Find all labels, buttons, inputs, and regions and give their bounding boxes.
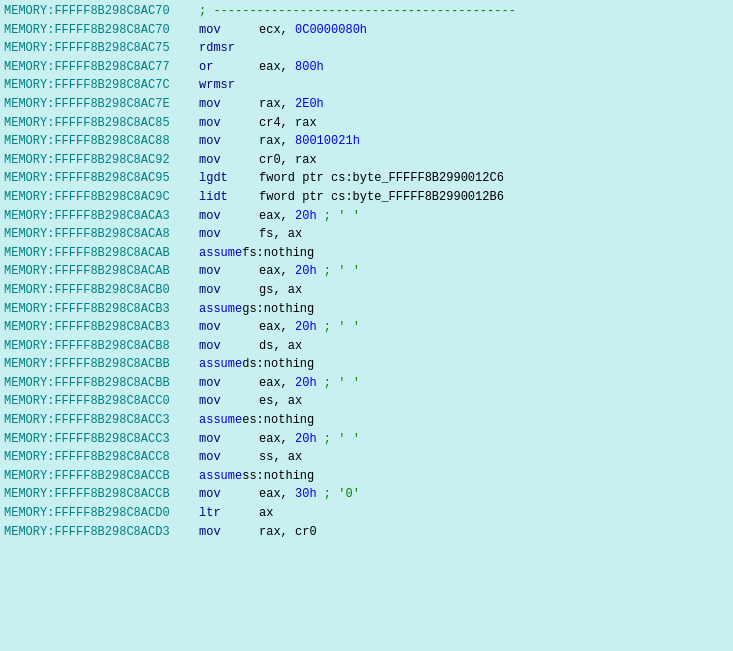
- mnemonic: mov: [199, 95, 259, 114]
- operand: fs, ax: [259, 225, 302, 244]
- address: MEMORY:FFFFF8B298C8ACA8: [4, 225, 199, 244]
- operand: eax, 20h ; ' ': [259, 207, 360, 226]
- mnemonic: mov: [199, 485, 259, 504]
- code-line: MEMORY:FFFFF8B298C8ACA3moveax, 20h ; ' ': [4, 207, 729, 226]
- operand: ecx, 0C0000080h: [259, 21, 367, 40]
- address: MEMORY:FFFFF8B298C8AC95: [4, 169, 199, 188]
- code-line: MEMORY:FFFFF8B298C8AC7Cwrmsr: [4, 76, 729, 95]
- mnemonic: lidt: [199, 188, 259, 207]
- assume-keyword: assume: [199, 244, 242, 263]
- mnemonic: mov: [199, 392, 259, 411]
- hex-value: 20h: [295, 432, 317, 446]
- inline-comment: ; ' ': [317, 320, 360, 334]
- code-line: MEMORY:FFFFF8B298C8ACBBassume ds:nothing: [4, 355, 729, 374]
- code-line: MEMORY:FFFFF8B298C8ACA8movfs, ax: [4, 225, 729, 244]
- operand: fword ptr cs:byte_FFFFF8B2990012C6: [259, 169, 504, 188]
- mnemonic: mov: [199, 207, 259, 226]
- address: MEMORY:FFFFF8B298C8AC92: [4, 151, 199, 170]
- operand: rax, 80010021h: [259, 132, 360, 151]
- address: MEMORY:FFFFF8B298C8ACD3: [4, 523, 199, 542]
- mnemonic: or: [199, 58, 259, 77]
- mnemonic: mov: [199, 430, 259, 449]
- inline-comment: ; ' ': [317, 264, 360, 278]
- address: MEMORY:FFFFF8B298C8ACBB: [4, 355, 199, 374]
- comment: ; --------------------------------------…: [199, 2, 516, 21]
- operand: eax, 30h ; '0': [259, 485, 360, 504]
- code-line: MEMORY:FFFFF8B298C8AC88movrax, 80010021h: [4, 132, 729, 151]
- mnemonic: mov: [199, 374, 259, 393]
- assume-keyword: assume: [199, 411, 242, 430]
- operand: eax, 20h ; ' ': [259, 430, 360, 449]
- inline-comment: ; '0': [317, 487, 360, 501]
- operand: ds, ax: [259, 337, 302, 356]
- address: MEMORY:FFFFF8B298C8ACAB: [4, 244, 199, 263]
- operand: fword ptr cs:byte_FFFFF8B2990012B6: [259, 188, 504, 207]
- mnemonic: lgdt: [199, 169, 259, 188]
- assume-operand: es:nothing: [242, 411, 314, 430]
- code-line: MEMORY:FFFFF8B298C8AC70movecx, 0C0000080…: [4, 21, 729, 40]
- code-line: MEMORY:FFFFF8B298C8AC92movcr0, rax: [4, 151, 729, 170]
- code-line: MEMORY:FFFFF8B298C8ACD3movrax, cr0: [4, 523, 729, 542]
- address: MEMORY:FFFFF8B298C8ACD0: [4, 504, 199, 523]
- code-line: MEMORY:FFFFF8B298C8AC95lgdtfword ptr cs:…: [4, 169, 729, 188]
- address: MEMORY:FFFFF8B298C8AC7E: [4, 95, 199, 114]
- code-line: MEMORY:FFFFF8B298C8ACC8movss, ax: [4, 448, 729, 467]
- operand: rax, cr0: [259, 523, 317, 542]
- operand: rax, 2E0h: [259, 95, 324, 114]
- mnemonic: mov: [199, 132, 259, 151]
- code-line: MEMORY:FFFFF8B298C8AC77oreax, 800h: [4, 58, 729, 77]
- mnemonic: mov: [199, 225, 259, 244]
- operand: eax, 20h ; ' ': [259, 262, 360, 281]
- code-line: MEMORY:FFFFF8B298C8ACB0movgs, ax: [4, 281, 729, 300]
- assume-operand: ds:nothing: [242, 355, 314, 374]
- address: MEMORY:FFFFF8B298C8ACB3: [4, 318, 199, 337]
- operand: cr0, rax: [259, 151, 317, 170]
- address: MEMORY:FFFFF8B298C8ACB0: [4, 281, 199, 300]
- mnemonic: mov: [199, 262, 259, 281]
- hex-value: 0C0000080h: [295, 23, 367, 37]
- code-line: MEMORY:FFFFF8B298C8ACABmoveax, 20h ; ' ': [4, 262, 729, 281]
- address: MEMORY:FFFFF8B298C8AC85: [4, 114, 199, 133]
- code-line: MEMORY:FFFFF8B298C8ACC3assume es:nothing: [4, 411, 729, 430]
- address: MEMORY:FFFFF8B298C8AC9C: [4, 188, 199, 207]
- assume-keyword: assume: [199, 467, 242, 486]
- assume-keyword: assume: [199, 300, 242, 319]
- assume-operand: gs:nothing: [242, 300, 314, 319]
- code-line: MEMORY:FFFFF8B298C8ACB3moveax, 20h ; ' ': [4, 318, 729, 337]
- mnemonic: mov: [199, 523, 259, 542]
- inline-comment: ; ' ': [317, 432, 360, 446]
- address: MEMORY:FFFFF8B298C8ACC8: [4, 448, 199, 467]
- mnemonic: mov: [199, 281, 259, 300]
- assume-operand: ss:nothing: [242, 467, 314, 486]
- code-line: MEMORY:FFFFF8B298C8ACBBmoveax, 20h ; ' ': [4, 374, 729, 393]
- assume-keyword: assume: [199, 355, 242, 374]
- inline-comment: ; ' ': [317, 209, 360, 223]
- mnemonic: mov: [199, 318, 259, 337]
- assume-operand: fs:nothing: [242, 244, 314, 263]
- address: MEMORY:FFFFF8B298C8ACC3: [4, 411, 199, 430]
- hex-value: 20h: [295, 264, 317, 278]
- hex-value: 20h: [295, 320, 317, 334]
- address: MEMORY:FFFFF8B298C8AC88: [4, 132, 199, 151]
- address: MEMORY:FFFFF8B298C8ACCB: [4, 467, 199, 486]
- address: MEMORY:FFFFF8B298C8ACC0: [4, 392, 199, 411]
- code-line: MEMORY:FFFFF8B298C8AC7Emovrax, 2E0h: [4, 95, 729, 114]
- code-line: MEMORY:FFFFF8B298C8AC75rdmsr: [4, 39, 729, 58]
- operand: ss, ax: [259, 448, 302, 467]
- operand: es, ax: [259, 392, 302, 411]
- mnemonic: mov: [199, 151, 259, 170]
- address: MEMORY:FFFFF8B298C8AC77: [4, 58, 199, 77]
- mnemonic: wrmsr: [199, 76, 259, 95]
- code-line: MEMORY:FFFFF8B298C8AC9Clidtfword ptr cs:…: [4, 188, 729, 207]
- mnemonic: rdmsr: [199, 39, 259, 58]
- mnemonic: mov: [199, 448, 259, 467]
- operand: cr4, rax: [259, 114, 317, 133]
- hex-value: 80010021h: [295, 134, 360, 148]
- address: MEMORY:FFFFF8B298C8AC7C: [4, 76, 199, 95]
- hex-value: 2E0h: [295, 97, 324, 111]
- mnemonic: mov: [199, 21, 259, 40]
- code-line: MEMORY:FFFFF8B298C8ACB3assume gs:nothing: [4, 300, 729, 319]
- hex-value: 800h: [295, 60, 324, 74]
- address: MEMORY:FFFFF8B298C8ACBB: [4, 374, 199, 393]
- inline-comment: ; ' ': [317, 376, 360, 390]
